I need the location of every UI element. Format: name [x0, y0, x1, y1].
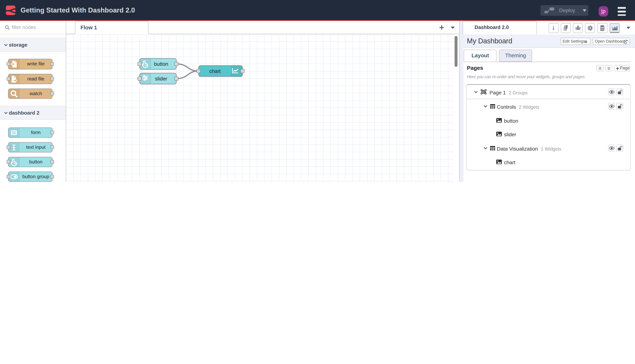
svg-text:i: i — [553, 25, 554, 31]
svg-text:slider: slider — [155, 76, 167, 82]
svg-text:button: button — [154, 61, 168, 67]
svg-text:chart: chart — [209, 68, 221, 74]
